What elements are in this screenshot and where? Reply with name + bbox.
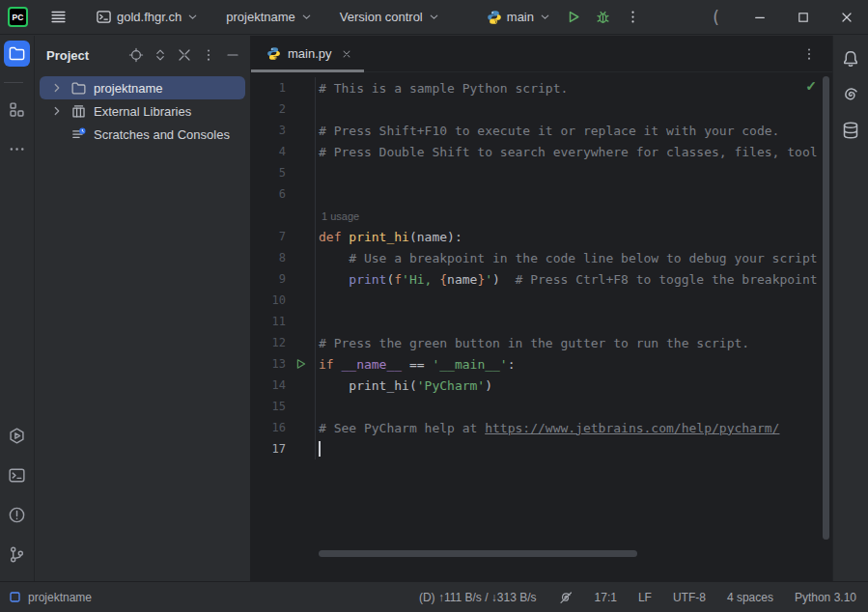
inspection-ok-icon[interactable]: ✓ [805, 78, 817, 94]
tool-terminal-button[interactable] [4, 462, 30, 488]
gutter[interactable] [286, 332, 316, 353]
close-window-button[interactable] [825, 0, 868, 35]
code-line[interactable]: 10 [251, 290, 832, 311]
status-item[interactable]: 4 spaces [727, 591, 773, 604]
line-number[interactable]: 1 [251, 81, 286, 95]
remote-host-selector[interactable]: gold.fhgr.ch [89, 4, 206, 31]
tool-git-button[interactable] [4, 542, 30, 568]
line-number[interactable]: 14 [251, 378, 286, 392]
code-line[interactable]: 9 print(f'Hi, {name}') # Press Ctrl+F8 t… [251, 268, 832, 290]
status-item[interactable]: LF [638, 591, 652, 604]
line-number[interactable]: 11 [251, 315, 286, 328]
tool-database-button[interactable] [838, 117, 864, 143]
run-config-selector[interactable]: main [480, 4, 558, 31]
code-line[interactable]: 13if __name__ == '__main__': [251, 353, 832, 375]
editor-options-kebab-icon[interactable] [801, 46, 817, 62]
run-button[interactable] [558, 4, 588, 31]
main-menu-button[interactable] [43, 4, 73, 31]
code-line[interactable]: 8 # Use a breakpoint in the code line be… [251, 247, 832, 268]
more-actions-button[interactable] [618, 4, 648, 31]
editor-area[interactable]: main.py 1# This is a sample Python scrip… [251, 36, 832, 581]
gutter[interactable] [286, 205, 316, 226]
line-number[interactable]: 17 [251, 442, 286, 456]
tree-item-projektname[interactable]: projektname [40, 76, 245, 99]
code-line[interactable]: 4# Press Double Shift to search everywhe… [251, 141, 832, 162]
gutter[interactable] [286, 77, 316, 98]
line-number[interactable]: 12 [251, 336, 286, 349]
code-line[interactable]: 5 [251, 162, 832, 183]
hide-icon[interactable] [225, 47, 240, 63]
gutter[interactable] [286, 438, 316, 459]
tool-bell-button[interactable] [838, 45, 864, 71]
gutter[interactable] [286, 226, 316, 247]
line-number[interactable]: 15 [251, 400, 286, 413]
line-number[interactable]: 6 [251, 187, 286, 201]
line-number[interactable]: 9 [251, 272, 286, 286]
tab-main-py[interactable]: main.py [251, 36, 364, 72]
gutter[interactable] [286, 162, 316, 183]
line-number[interactable]: 4 [251, 145, 286, 158]
line-number[interactable]: 16 [251, 421, 286, 434]
line-number[interactable]: 10 [251, 293, 286, 307]
collapse-all-icon[interactable] [177, 47, 192, 63]
code-text: if __name__ == '__main__': [316, 357, 516, 372]
status-item[interactable]: UTF-8 [673, 591, 706, 604]
code-line[interactable]: 17 [251, 438, 832, 459]
gutter[interactable] [286, 98, 316, 120]
gutter[interactable] [286, 120, 316, 141]
code-line[interactable]: 2 [251, 98, 832, 120]
code-line[interactable]: 1# This is a sample Python script. [251, 77, 832, 98]
code-line[interactable]: 3# Press Shift+F10 to execute it or repl… [251, 120, 832, 141]
ai-off-icon[interactable] [558, 590, 574, 605]
code-line[interactable]: 6 [251, 183, 832, 205]
tool-services-button[interactable] [4, 423, 30, 449]
gutter[interactable] [286, 141, 316, 162]
target-icon[interactable] [128, 47, 144, 63]
tool-structure-button[interactable] [4, 97, 30, 123]
gutter[interactable] [286, 396, 316, 417]
status-item[interactable]: (D) ↑111 B/s / ↓313 B/s [419, 591, 537, 604]
code-line[interactable]: 16# See PyCharm help at https://www.jetb… [251, 417, 832, 438]
gutter[interactable] [286, 268, 316, 290]
tree-item-external-libraries[interactable]: External Libraries [40, 99, 245, 123]
tab-close-icon[interactable] [341, 48, 352, 60]
code-line[interactable]: 11 [251, 311, 832, 332]
status-project-widget[interactable]: projektname [8, 590, 92, 604]
tool-problems-button[interactable] [4, 502, 30, 528]
vcs-selector[interactable]: Version control [333, 4, 447, 31]
gutter[interactable] [286, 353, 316, 375]
status-item[interactable]: 17:1 [595, 591, 617, 604]
line-number[interactable]: 3 [251, 124, 286, 137]
gutter[interactable] [286, 311, 316, 332]
code-editor[interactable]: 1# This is a sample Python script.23# Pr… [251, 72, 832, 459]
gutter[interactable] [286, 417, 316, 438]
gutter[interactable] [286, 290, 316, 311]
vertical-scrollbar[interactable] [823, 76, 829, 540]
debug-button[interactable] [588, 4, 618, 31]
minimize-button[interactable] [738, 0, 781, 35]
expand-all-icon[interactable] [153, 47, 168, 63]
code-line[interactable]: 14 print_hi('PyCharm') [251, 375, 832, 396]
tree-item-scratches-and-consoles[interactable]: Scratches and Consoles [40, 123, 245, 146]
line-number[interactable]: 7 [251, 230, 286, 243]
gutter[interactable] [286, 183, 316, 205]
gutter-run-icon[interactable] [294, 357, 307, 371]
line-number[interactable]: 2 [251, 102, 286, 116]
code-inlay-row[interactable]: 1 usage [251, 205, 832, 226]
tool-project-folder-button[interactable] [4, 41, 30, 67]
line-number[interactable]: 5 [251, 166, 286, 180]
maximize-button[interactable] [781, 0, 825, 35]
line-number[interactable]: 8 [251, 251, 286, 264]
status-item[interactable]: Python 3.10 [795, 591, 856, 604]
line-number[interactable]: 13 [251, 357, 286, 371]
horizontal-scrollbar[interactable] [319, 550, 637, 557]
code-line[interactable]: 12# Press the green button in the gutter… [251, 332, 832, 353]
project-selector[interactable]: projektname [219, 4, 320, 31]
tool-more-h-button[interactable] [4, 136, 30, 162]
kebab-icon[interactable] [201, 47, 216, 63]
tool-ai-swirl-button[interactable] [838, 81, 864, 107]
gutter[interactable] [286, 375, 316, 396]
code-line[interactable]: 7def print_hi(name): [251, 226, 832, 247]
gutter[interactable] [286, 247, 316, 268]
code-line[interactable]: 15 [251, 396, 832, 417]
